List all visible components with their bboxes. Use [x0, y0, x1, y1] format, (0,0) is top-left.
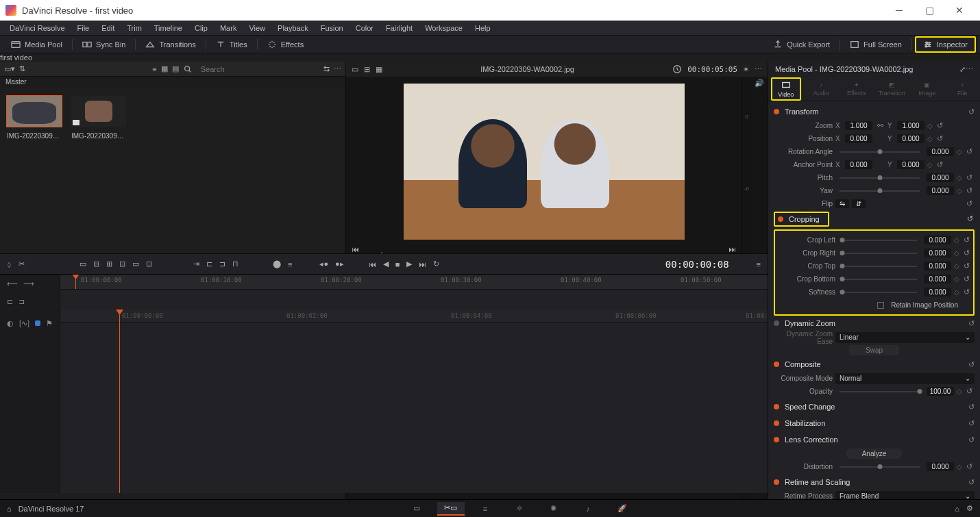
- distortion-slider[interactable]: [840, 466, 920, 468]
- close-button[interactable]: ✕: [944, 0, 975, 21]
- inspector-toggle[interactable]: Inspector: [915, 36, 976, 53]
- full-screen-button[interactable]: Full Screen: [843, 38, 909, 51]
- zoom-in-icon[interactable]: ⟶: [23, 279, 34, 288]
- reset-icon[interactable]: ↺: [967, 214, 973, 228]
- tl-tool-icon[interactable]: ⊐: [19, 297, 25, 306]
- section-composite[interactable]: Composite↺: [774, 357, 975, 372]
- titles-toggle[interactable]: Titles: [209, 38, 254, 51]
- tab-effects[interactable]: ✦Effects: [842, 81, 872, 97]
- menu-workspace[interactable]: Workspace: [419, 22, 468, 34]
- menu-file[interactable]: File: [72, 22, 95, 34]
- media-clip[interactable]: IMG-20220309-W...: [71, 96, 126, 140]
- rotation-slider[interactable]: [840, 151, 920, 153]
- tab-audio[interactable]: ♪Audio: [806, 81, 836, 97]
- section-stabilization[interactable]: Stabilization↺: [774, 416, 975, 431]
- sort-button[interactable]: ⇅: [19, 64, 25, 73]
- effects-toggle[interactable]: Effects: [260, 38, 310, 51]
- menu-fusion[interactable]: Fusion: [315, 22, 349, 34]
- flag-icon[interactable]: ⚑: [46, 319, 53, 328]
- reset-icon[interactable]: ↺: [937, 121, 945, 130]
- timeline-options-icon[interactable]: ≡: [757, 260, 761, 268]
- menu-trim[interactable]: Trim: [121, 22, 147, 34]
- page-cut[interactable]: ✂▭: [437, 502, 465, 516]
- thumb-view-icon[interactable]: ▦: [161, 64, 168, 73]
- crop-left-slider[interactable]: .crop-box .slider::after{left:0%!importa…: [842, 240, 917, 241]
- link-icon[interactable]: ⚯: [875, 121, 885, 130]
- split-icon[interactable]: ⎀: [7, 260, 12, 268]
- distortion-input[interactable]: 0.000: [927, 462, 954, 471]
- last-frame-icon[interactable]: ⏭: [419, 260, 426, 268]
- project-manager-icon[interactable]: ⌂: [955, 505, 959, 513]
- retain-position-checkbox[interactable]: [877, 302, 884, 309]
- reset-icon[interactable]: ↺: [968, 108, 975, 116]
- viewer-safe-icon[interactable]: ▦: [376, 65, 382, 74]
- maximize-button[interactable]: ▢: [914, 0, 944, 21]
- tool-icon[interactable]: ⊞: [106, 260, 112, 268]
- viewer-menu-icon[interactable]: ⋯: [755, 65, 762, 74]
- color-tag-icon[interactable]: [35, 320, 40, 326]
- sync-bin-toggle[interactable]: Sync Bin: [75, 38, 132, 51]
- record-icon[interactable]: ⬤: [273, 260, 281, 268]
- tool-icon[interactable]: ⊡: [119, 260, 125, 268]
- upper-ruler[interactable]: 01:00:00:00 01:00:10:00 01:00:20:00 01:0…: [60, 275, 768, 290]
- menu-mark[interactable]: Mark: [215, 22, 242, 34]
- page-color[interactable]: ✺: [540, 502, 567, 516]
- tool-icon[interactable]: ▭: [132, 260, 139, 268]
- timecode-display[interactable]: 00:00:00:08: [665, 259, 729, 270]
- section-cropping[interactable]: Cropping: [774, 212, 829, 227]
- flip-v-button[interactable]: ⇵: [852, 199, 866, 208]
- project-settings-icon[interactable]: ⚙: [966, 504, 973, 513]
- page-edit[interactable]: ≡: [471, 502, 499, 516]
- crop-right-slider[interactable]: [842, 253, 917, 254]
- strip-view-icon[interactable]: ▤: [172, 64, 179, 73]
- home-icon[interactable]: ⌂: [7, 505, 12, 513]
- pitch-slider[interactable]: [840, 177, 920, 179]
- audio-tool-icon[interactable]: [∿]: [19, 319, 29, 328]
- tool-icon[interactable]: ▭: [79, 260, 86, 268]
- tab-transition[interactable]: ◩Transition: [877, 81, 907, 97]
- minimize-button[interactable]: ─: [884, 0, 914, 21]
- zoom-out-icon[interactable]: ⟵: [7, 279, 18, 288]
- stop-icon[interactable]: ■: [395, 260, 400, 268]
- softness-slider[interactable]: [842, 292, 917, 293]
- options-icon[interactable]: ⋯: [334, 64, 341, 73]
- play-icon[interactable]: ▶: [406, 260, 412, 268]
- crop-left-input[interactable]: 0.000: [924, 236, 951, 244]
- page-fusion[interactable]: ⚛: [506, 502, 533, 516]
- composite-mode-select[interactable]: Normal⌄: [835, 373, 975, 384]
- menu-edit[interactable]: Edit: [96, 22, 120, 34]
- loop-icon[interactable]: ↻: [433, 260, 439, 268]
- prev-marker-icon[interactable]: ◂●: [319, 260, 328, 268]
- tab-video[interactable]: Video: [771, 77, 801, 101]
- mark-in-icon[interactable]: ⏮: [352, 245, 359, 253]
- zoom-x-input[interactable]: 1.000: [845, 121, 872, 130]
- keyframe-icon[interactable]: ◇: [927, 122, 934, 129]
- section-transform[interactable]: Transform↺: [774, 104, 975, 119]
- flip-h-button[interactable]: ⇋: [835, 199, 849, 208]
- analyze-button[interactable]: Analyze: [846, 449, 903, 459]
- menu-davinci[interactable]: DaVinci Resolve: [4, 22, 71, 34]
- scissors-icon[interactable]: ✂: [19, 260, 25, 268]
- pos-x-input[interactable]: 0.000: [845, 134, 872, 143]
- timeline-playhead[interactable]: [119, 310, 120, 493]
- quick-export-button[interactable]: Quick Export: [766, 38, 837, 51]
- lower-ruler[interactable]: 01:00:00:00 01:00:02:00 01:00:04:00 01:0…: [60, 310, 768, 323]
- tool-icon[interactable]: ⊡: [146, 260, 152, 268]
- filter-icon[interactable]: ⇆: [323, 64, 330, 73]
- crop-bottom-slider[interactable]: [842, 279, 917, 280]
- replace-icon[interactable]: ⊐: [219, 260, 225, 268]
- page-media[interactable]: ▭: [403, 502, 430, 516]
- mark-out-icon[interactable]: ⏭: [728, 245, 736, 253]
- first-frame-icon[interactable]: ⏮: [369, 260, 376, 268]
- rotation-input[interactable]: 0.000: [927, 147, 954, 156]
- softness-input[interactable]: 0.000: [924, 288, 951, 297]
- viewer-canvas[interactable]: [404, 84, 685, 240]
- opacity-input[interactable]: 100.00: [927, 387, 954, 396]
- section-retime[interactable]: Retime and Scaling↺: [774, 475, 975, 490]
- next-marker-icon[interactable]: ●▸: [335, 260, 344, 268]
- section-lens[interactable]: Lens Correction↺: [774, 432, 975, 447]
- tl-tool-icon[interactable]: ⊏: [7, 297, 13, 306]
- menu-color[interactable]: Color: [350, 22, 379, 34]
- menu-help[interactable]: Help: [469, 22, 496, 34]
- bin-dropdown[interactable]: ▭▾: [4, 64, 15, 73]
